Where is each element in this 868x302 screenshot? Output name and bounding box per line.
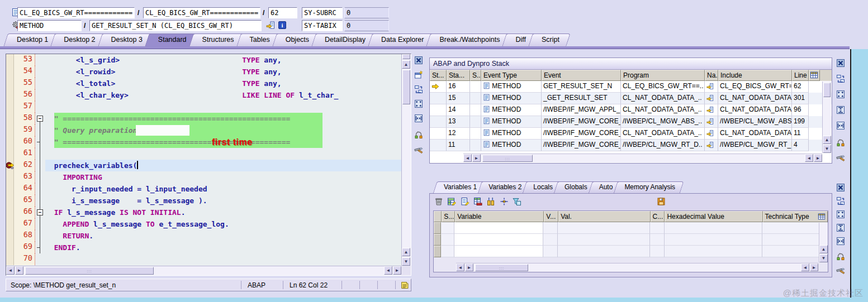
breakpoint-gutter[interactable] xyxy=(6,101,14,113)
scroll-up-button[interactable]: ▲ xyxy=(819,245,828,253)
stack-line[interactable]: 96 xyxy=(792,104,809,116)
breakpoint-gutter[interactable] xyxy=(6,78,14,89)
line-number[interactable]: 56 xyxy=(14,89,35,101)
delete-variable-icon[interactable] xyxy=(434,197,443,206)
code-text[interactable]: IMPORTING xyxy=(45,171,401,183)
editor-vertical-scrollbar[interactable]: ▲ ▲ ▼ xyxy=(401,54,411,266)
variables-row[interactable] xyxy=(434,222,828,234)
line-number[interactable]: 70 xyxy=(14,253,35,265)
line-number[interactable]: 65 xyxy=(14,195,35,207)
fold-column[interactable] xyxy=(35,66,45,78)
variable-input-cell[interactable] xyxy=(454,234,544,246)
stack-line[interactable]: 62 xyxy=(792,81,809,93)
stack-row-16[interactable]: 16 METHODGET_RESULT_SET_NCL_EQ_BICS_GW_R… xyxy=(430,81,832,93)
fold-column[interactable] xyxy=(35,148,45,160)
services-tool-icon[interactable] xyxy=(414,146,423,155)
variable-cell[interactable] xyxy=(558,222,650,234)
variable-cell[interactable] xyxy=(558,234,650,246)
fold-column[interactable] xyxy=(35,171,45,183)
stack-include[interactable]: CL_NAT_ODATA_DATA_.. xyxy=(718,104,792,116)
scroll-left-button[interactable]: ◄ xyxy=(456,263,464,271)
tab-variables-2[interactable]: Variables 2 xyxy=(480,181,528,194)
code-line-62[interactable]: 62 precheck_variables( xyxy=(6,160,401,171)
swap-panel-icon[interactable] xyxy=(836,196,845,205)
code-text[interactable]: " ======================================… xyxy=(45,113,401,124)
code-line-56[interactable]: 56 <l_char_key> LIKE LINE OF l_t_char_ xyxy=(6,89,401,101)
breakpoint-gutter[interactable] xyxy=(6,195,14,207)
stack-event-type[interactable]: METHOD xyxy=(481,81,542,93)
program-field-1[interactable] xyxy=(17,7,135,18)
line-number[interactable]: 53 xyxy=(14,54,35,66)
line-number[interactable]: 69 xyxy=(14,242,35,253)
event-field[interactable] xyxy=(89,20,262,31)
stack-s-col[interactable] xyxy=(470,140,481,151)
code-text[interactable] xyxy=(45,253,401,265)
code-text[interactable]: <l_s_grid> TYPE any, xyxy=(45,54,401,66)
scroll-right-button[interactable]: ► xyxy=(15,266,23,275)
stack-row-13[interactable]: 13 METHOD/IWBEP/IF_MGW_CORE_../IWBEP/CL_… xyxy=(430,116,832,128)
stack-event[interactable]: _GET_RESULT_SET xyxy=(542,93,621,104)
stack-include[interactable]: /IWBEP/CL_MGW_RT_D.. xyxy=(718,140,792,151)
stack-event-type[interactable]: METHOD xyxy=(481,116,542,128)
stack-event[interactable]: /IWBEP/IF_MGW_CORE_.. xyxy=(542,116,621,128)
stack-navigation-icon[interactable] xyxy=(705,116,718,128)
stack-navigation-icon[interactable] xyxy=(705,128,718,140)
stack-navigation-icon[interactable] xyxy=(705,81,718,93)
line-number[interactable]: 66 xyxy=(14,207,35,218)
scroll-split-handle[interactable] xyxy=(402,54,410,59)
scroll-down-button[interactable]: ▼ xyxy=(819,254,828,262)
code-text[interactable]: i_s_message = l_s_message ). xyxy=(45,195,401,207)
event-type-field[interactable] xyxy=(17,20,82,31)
stack-event-type[interactable]: METHOD xyxy=(481,104,542,116)
fold-column[interactable] xyxy=(35,218,45,230)
resize-vertical-icon[interactable] xyxy=(836,106,845,114)
maximize-icon[interactable] xyxy=(836,210,845,219)
swap-panel-icon[interactable] xyxy=(414,85,423,94)
new-window-icon[interactable] xyxy=(414,70,423,79)
scroll-left-button[interactable]: ◄ xyxy=(805,154,813,162)
stack-current-marker[interactable] xyxy=(430,104,447,116)
scroll-right-button[interactable]: ► xyxy=(814,154,822,162)
variable-cell[interactable] xyxy=(665,222,763,234)
fold-column[interactable]: − xyxy=(35,207,45,218)
resize-vertical-icon[interactable] xyxy=(836,223,845,232)
code-text[interactable]: " Query preparation xyxy=(45,124,401,136)
scroll-left-button[interactable]: ◄ xyxy=(6,266,15,275)
stack-event-type[interactable]: METHOD xyxy=(481,140,542,151)
stack-row-15[interactable]: 15 METHOD_GET_RESULT_SETCL_NAT_ODATA_DAT… xyxy=(430,93,832,104)
code-text[interactable] xyxy=(45,101,401,113)
breakpoint-gutter[interactable] xyxy=(6,253,14,265)
stack-navigation-icon[interactable] xyxy=(705,93,718,104)
fold-column[interactable] xyxy=(35,160,45,171)
stack-row-12[interactable]: 12 METHOD/IWBEP/IF_MGW_CORE_..CL_NAT_ODA… xyxy=(430,128,832,140)
tab-desktop-1[interactable]: Desktop 1 xyxy=(6,33,57,46)
stack-line[interactable]: 4 xyxy=(792,140,809,151)
tab-script[interactable]: Script xyxy=(530,33,568,46)
variable-input-cell[interactable] xyxy=(454,222,544,234)
variables-horizontal-scrollbar[interactable]: ◄ ► ::: ◄ ► xyxy=(456,263,818,272)
variable-cell[interactable] xyxy=(441,234,454,246)
stack-line[interactable]: 301 xyxy=(792,93,809,104)
fold-column[interactable] xyxy=(35,230,45,242)
scroll-left-button[interactable]: ◄ xyxy=(463,154,472,162)
stack-row-14[interactable]: 14 METHOD/IWBEP/IF_MGW_APPL_..CL_NAT_ODA… xyxy=(430,104,832,116)
close-icon[interactable] xyxy=(414,56,423,65)
scroll-right-button[interactable]: ► xyxy=(810,263,818,271)
tab-data-explorer[interactable]: Data Explorer xyxy=(370,33,433,46)
scroll-right-button[interactable]: ► xyxy=(393,266,401,275)
column-config-icon[interactable] xyxy=(818,213,826,220)
stack-s-col[interactable] xyxy=(470,93,481,104)
code-line-58[interactable]: 58− " ==================================… xyxy=(6,113,401,124)
services-tool-icon[interactable] xyxy=(836,267,845,276)
breakpoint-gutter[interactable] xyxy=(6,242,14,253)
code-text[interactable]: <l_total> TYPE any, xyxy=(45,78,401,89)
code-text[interactable] xyxy=(45,148,401,160)
resize-horizontal-icon[interactable] xyxy=(836,121,845,130)
row-selector[interactable] xyxy=(434,246,441,257)
scroll-left-button[interactable]: ◄ xyxy=(801,263,809,271)
code-line-57[interactable]: 57 xyxy=(6,101,401,113)
row-selector[interactable] xyxy=(434,234,441,246)
fold-column[interactable] xyxy=(35,195,45,207)
compare-values-icon[interactable] xyxy=(836,138,845,147)
line-number[interactable]: 62 xyxy=(14,160,35,171)
